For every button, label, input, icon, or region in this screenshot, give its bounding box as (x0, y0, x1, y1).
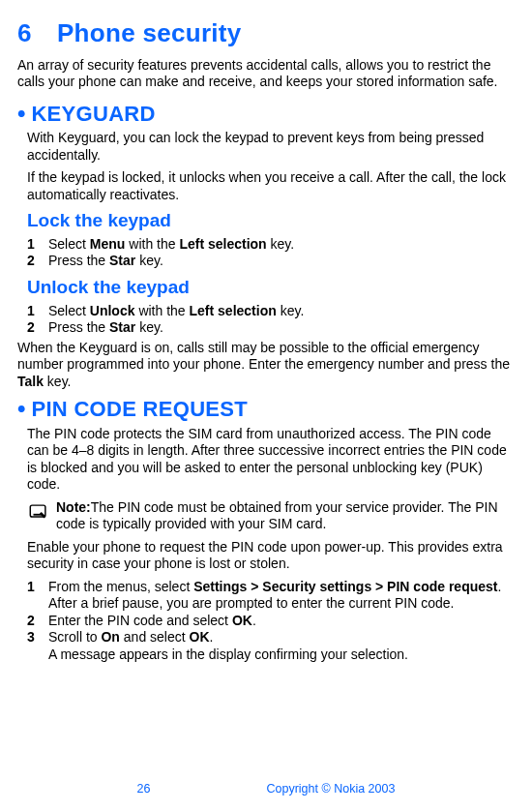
pin-p2: Enable your phone to request the PIN cod… (27, 539, 515, 573)
section-keyguard-heading: • KEYGUARD (17, 101, 515, 128)
copyright: Copyright © Nokia 2003 (267, 782, 396, 797)
pin-p1: The PIN code protects the SIM card from … (27, 426, 515, 494)
step-number: 1 (27, 303, 48, 320)
bullet-icon: • (17, 397, 25, 420)
pin-step-1: 1 From the menus, select Settings > Secu… (27, 579, 515, 613)
step-number: 1 (27, 579, 48, 613)
page-footer: 26 Copyright © Nokia 2003 (0, 782, 532, 797)
step-text: Enter the PIN code and select OK. (48, 613, 515, 630)
unlock-after-paragraph: When the Keyguard is on, calls still may… (17, 340, 515, 391)
step-text: Press the Star key. (48, 319, 515, 337)
keyguard-p1: With Keyguard, you can lock the keypad t… (27, 130, 515, 164)
pin-step-3: 3 Scroll to On and select OK. A message … (27, 629, 515, 663)
step-number: 1 (27, 236, 48, 254)
step-number: 2 (27, 253, 48, 270)
section-pin-heading: • PIN CODE REQUEST (17, 396, 515, 423)
lock-step-2: 2 Press the Star key. (27, 253, 515, 270)
step-number: 3 (27, 629, 48, 663)
section-title-keyguard: KEYGUARD (31, 101, 155, 128)
lock-step-1: 1 Select Menu with the Left selection ke… (27, 236, 515, 254)
step-text: Select Unlock with the Left selection ke… (48, 303, 515, 320)
intro-paragraph: An array of security features prevents a… (17, 57, 515, 91)
bullet-icon: • (17, 102, 25, 125)
page-number: 26 (137, 782, 151, 797)
section-title-pin: PIN CODE REQUEST (31, 396, 248, 423)
step-text: From the menus, select Settings > Securi… (48, 579, 515, 613)
note-block: Note:The PIN code must be obtained from … (27, 499, 515, 533)
step-number: 2 (27, 613, 48, 630)
chapter-title: Phone security (57, 17, 242, 49)
subsection-unlock-keypad: Unlock the keypad (27, 276, 515, 299)
unlock-step-1: 1 Select Unlock with the Left selection … (27, 303, 515, 320)
chapter-heading: 6 Phone security (17, 17, 515, 49)
step-text: Select Menu with the Left selection key. (48, 236, 515, 254)
chapter-number: 6 (17, 17, 32, 49)
step-number: 2 (27, 319, 48, 337)
step-text: Scroll to On and select OK. A message ap… (48, 629, 515, 663)
keyguard-p2: If the keypad is locked, it unlocks when… (27, 169, 515, 203)
note-icon (27, 501, 56, 527)
unlock-step-2: 2 Press the Star key. (27, 319, 515, 337)
step-text: Press the Star key. (48, 253, 515, 270)
pin-step-2: 2 Enter the PIN code and select OK. (27, 613, 515, 630)
note-text: Note:The PIN code must be obtained from … (56, 499, 515, 533)
subsection-lock-keypad: Lock the keypad (27, 209, 515, 232)
